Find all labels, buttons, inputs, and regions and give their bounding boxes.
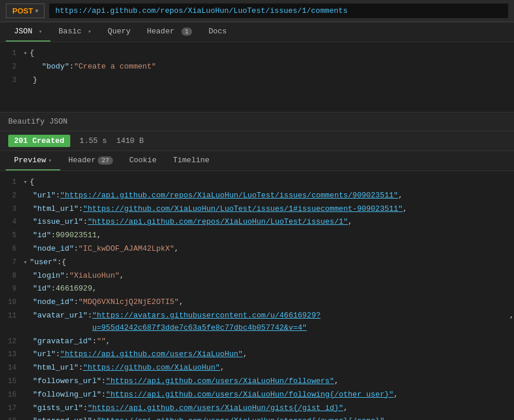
resp-line-15: 15 "followers_url": "https://api.github.… [0,375,514,388]
req-sep-2: : [69,61,74,73]
response-body: 1▾{2 "url": "https://api.github.com/repo… [0,171,514,420]
resp-linenum-7: 7 [0,257,23,268]
resp-line-11: 11 "avatar_url": "https://avatars.github… [0,309,514,335]
req-expand-1[interactable]: ▾ [23,49,28,59]
resp-val-14[interactable]: "https://github.com/XiaLuoHun" [83,362,220,374]
resp-line-1: 1▾{ [0,176,514,189]
tab-docs[interactable]: Docs [200,22,235,42]
resp-expand-7[interactable]: ▾ [23,258,28,268]
tab-preview[interactable]: Preview ▾ [6,151,60,170]
resp-linenum-13: 13 [0,349,23,360]
method-arrow: ▾ [35,8,38,14]
resp-val-8: "XiaLuoHun" [69,270,119,282]
method-dropdown[interactable]: POST ▾ [6,4,44,18]
resp-val-5: 909023511 [56,230,97,242]
resp-line-6: 6 "node_id": "IC_kwDOF_AJAM42LpkX", [0,243,514,256]
resp-val-15[interactable]: "https://api.github.com/users/XiaLuoHun/… [106,375,334,388]
resp-linenum-14: 14 [0,363,23,374]
resp-key-13: "url" [33,349,56,361]
resp-line-16: 16 "following_url": "https://api.github.… [0,388,514,402]
tab-header-label: Header [147,27,174,36]
resp-linenum-2: 2 [0,190,23,202]
resp-val-12: "" [97,336,106,348]
resp-content-1: { [30,176,35,189]
resp-line-10: 10 "node_id": "MDQ6VXNlcjQ2NjE2OTI5", [0,296,514,309]
req-brace-open: { [30,47,35,60]
tab-cookie[interactable]: Cookie [121,151,165,170]
resp-line-5: 5 "id": 909023511, [0,229,514,243]
resp-linenum-8: 8 [0,271,23,282]
resp-linenum-15: 15 [0,376,23,387]
resp-val-13[interactable]: "https://api.github.com/users/XiaLuoHun" [60,349,243,361]
tab-cookie-label: Cookie [129,156,157,165]
resp-val-18[interactable]: "https://api.github.com/users/XiaLuoHun/… [97,415,384,420]
tab-timeline[interactable]: Timeline [165,151,217,170]
resp-linenum-4: 4 [0,217,23,228]
resp-key-11: "avatar_url" [33,310,88,322]
response-tab-bar: Preview ▾ Header 27 Cookie Timeline [0,151,514,171]
req-line-2: 2 "body" : "Create a comment" [0,60,514,74]
resp-linenum-6: 6 [0,244,23,255]
resp-val-3[interactable]: "https://github.com/XiaLuoHun/LuoTest/is… [83,203,403,216]
resp-expand-1[interactable]: ▾ [23,177,28,188]
resp-val-2[interactable]: "https://api.github.com/repos/XiaLuoHun/… [60,190,398,202]
tab-basic-arrow: ▾ [88,29,91,35]
beautify-bar: Beautify JSON [0,112,514,131]
resp-key-6: "node_id" [33,243,74,255]
resp-val-9: 46616929 [56,283,92,295]
resp-key-17: "gists_url" [33,402,83,415]
resp-key-2: "url" [33,190,56,202]
resp-key-4: "issue_url" [33,216,83,228]
req-line-1: 1 ▾ { [0,47,514,60]
resp-val-17[interactable]: "https://api.github.com/users/XiaLuoHun/… [88,402,344,415]
resp-line-9: 9 "id": 46616929, [0,282,514,296]
resp-line-18: 18 "starred_url": "https://api.github.co… [0,415,514,420]
resp-line-7: 7▾ "user": { [0,256,514,269]
req-val-body: "Create a comment" [74,61,156,73]
tab-json-label: JSON [14,27,32,36]
tab-timeline-label: Timeline [173,156,209,165]
tab-query[interactable]: Query [100,22,139,42]
beautify-label: Beautify JSON [8,117,67,126]
resp-line-4: 4 "issue_url": "https://api.github.com/r… [0,216,514,229]
resp-key-5: "id" [33,230,51,242]
resp-linenum-10: 10 [0,297,23,308]
tab-query-label: Query [108,27,131,36]
url-input[interactable] [49,4,508,18]
resp-val-6: "IC_kwDOF_AJAM42LpkX" [78,243,174,255]
tab-preview-label: Preview [14,156,46,165]
req-linenum-3: 3 [0,75,23,86]
resp-line-12: 12 "gravatar_id": "", [0,335,514,349]
resp-key-15: "followers_url" [33,375,101,388]
status-bar: 201 Created 1.55 s 1410 B [0,131,514,151]
tab-header[interactable]: Header 1 [139,22,200,42]
resp-val-16[interactable]: "https://api.github.com/users/XiaLuoHun/… [106,389,393,401]
resp-key-14: "html_url" [33,362,78,374]
resp-linenum-18: 18 [0,416,23,420]
resp-linenum-3: 3 [0,204,23,215]
req-key-body: "body" [33,61,69,73]
resp-linenum-11: 11 [0,310,23,322]
req-linenum-2: 2 [0,62,23,73]
req-linenum-1: 1 [0,48,23,59]
method-label: POST [12,6,33,15]
tab-json[interactable]: JSON ▾ [6,22,50,42]
tab-header-badge: 1 [181,28,193,36]
status-time: 1.55 s [80,136,107,145]
resp-val-4[interactable]: "https://api.github.com/repos/XiaLuoHun/… [88,216,348,228]
tab-basic-label: Basic [59,27,81,36]
resp-key-9: "id" [33,283,51,295]
tab-docs-label: Docs [208,27,227,36]
resp-val-7: { [61,257,66,269]
resp-key-3: "html_url" [33,203,78,216]
tab-preview-arrow: ▾ [49,157,52,164]
tab-basic[interactable]: Basic ▾ [50,22,100,42]
resp-linenum-9: 9 [0,284,23,295]
tab-resp-header[interactable]: Header 27 [60,151,121,170]
format-tab-bar: JSON ▾ Basic ▾ Query Header 1 Docs [0,22,514,42]
resp-val-11[interactable]: "https://avatars.githubusercontent.com/u… [92,310,509,334]
resp-line-2: 2 "url": "https://api.github.com/repos/X… [0,189,514,203]
resp-key-18: "starred_url" [33,415,92,420]
resp-line-13: 13 "url": "https://api.github.com/users/… [0,348,514,361]
status-badge: 201 Created [8,135,70,147]
